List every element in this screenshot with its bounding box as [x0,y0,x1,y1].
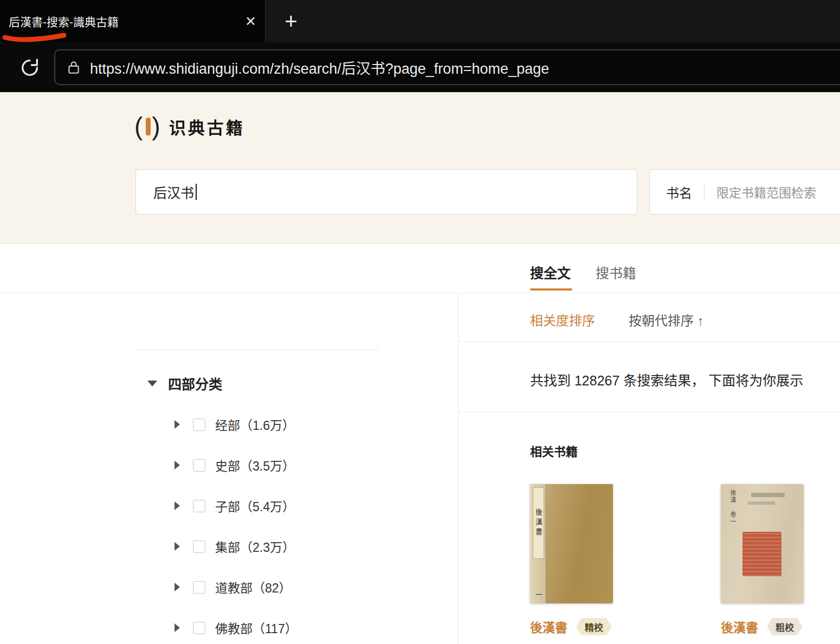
reload-icon [19,57,41,79]
tab-full-text-search[interactable]: 搜全文 [530,265,571,282]
scope-divider [704,185,705,199]
book-cover-label: 後漢書 [533,487,544,559]
search-hero: ( ) 识典古籍 后汉书 书名 限定书籍范围检索 [0,92,840,244]
address-bar[interactable]: https://www.shidianguji.com/zh/search/后汉… [54,49,840,85]
text-cursor [196,184,197,200]
url-text: https://www.shidianguji.com/zh/search/后汉… [90,57,549,78]
new-tab-button[interactable]: + [277,0,305,42]
book-cover-text-smudge [751,493,785,497]
checkbox[interactable] [193,540,205,553]
filter-item-label[interactable]: 佛教部（117） [215,619,298,637]
book-cover-label: 後漢 卷一 [728,490,737,525]
related-books-title: 相关书籍 [530,442,578,459]
expand-arrow-icon[interactable] [175,501,180,510]
scope-hint-text: 限定书籍范围检索 [716,183,816,201]
book-title-link[interactable]: 後漢書 [530,617,567,636]
result-tabs: 搜全文 搜书籍 [530,265,636,282]
divider [458,293,458,644]
filter-item-label[interactable]: 集部（2.3万） [215,537,295,556]
expand-arrow-icon[interactable] [175,461,180,469]
filter-section-header: 四部分类 [147,374,222,392]
divider [458,412,840,413]
filter-item-daojiaobu: 道教部（82） [172,578,298,596]
reload-button[interactable] [17,55,42,80]
filter-item-label[interactable]: 经部（1.6万） [215,415,295,434]
checkbox[interactable] [193,622,205,634]
filter-item-label[interactable]: 道教部（82） [215,578,292,596]
book-cover-houhanshu-1[interactable]: 後漢書 一 [530,484,613,603]
logo-bracket-icon: ( ) [134,114,160,139]
filter-item-jingbu: 经部（1.6万） [172,415,298,434]
book-caption: 後漢書 精校 [530,617,612,636]
page-body: ( ) 识典古籍 后汉书 书名 限定书籍范围检索 搜全文 搜书籍 四部分类 [0,92,840,644]
tab-book-search[interactable]: 搜书籍 [596,265,636,282]
browser-tabstrip: 后漢書-搜索-識典古籍 ✕ + [0,0,840,42]
filter-item-label[interactable]: 子部（5.4万） [215,497,295,515]
divider [135,350,379,350]
search-input-value: 后汉书 [153,182,194,202]
sort-by-dynasty[interactable]: 按朝代排序 ↑ [629,310,704,329]
expand-arrow-icon[interactable] [175,583,180,591]
plus-icon: + [285,9,297,34]
filter-item-label[interactable]: 史部（3.5万） [215,456,295,474]
active-tab-underline [530,288,572,291]
checkbox[interactable] [193,500,205,512]
filter-list: 经部（1.6万） 史部（3.5万） 子部（5.4万） 集部（2.3万） 道教部（… [172,415,298,644]
search-scope-select[interactable]: 书名 限定书籍范围检索 [649,169,840,215]
collapse-arrow-icon[interactable] [147,381,157,387]
checkbox[interactable] [193,459,205,472]
expand-arrow-icon[interactable] [175,420,180,429]
site-logo[interactable]: ( ) 识典古籍 [134,114,245,139]
browser-chrome: 后漢書-搜索-識典古籍 ✕ + https://ww [0,0,840,92]
divider [458,342,840,342]
book-caption: 後漢書 粗校 [721,617,803,636]
tab-close-icon[interactable]: ✕ [245,15,256,28]
book-cover-houhanshu-2[interactable]: 後漢 卷一 [721,484,804,603]
results-summary: 共找到 128267 条搜索结果， 下面将为你展示 [530,370,840,389]
sort-options: 相关度排序 按朝代排序 ↑ [530,310,704,329]
filter-item-jibu: 集部（2.3万） [172,537,298,556]
checkbox[interactable] [193,581,205,594]
expand-arrow-icon[interactable] [175,623,180,632]
sort-by-relevance[interactable]: 相关度排序 [530,310,595,329]
divider [0,293,840,293]
expand-arrow-icon[interactable] [175,542,180,551]
lock-icon[interactable] [67,60,80,75]
browser-tab-title: 后漢書-搜索-識典古籍 [9,13,238,29]
filter-item-shibu: 史部（3.5万） [172,456,298,474]
book-cover-volume: 一 [535,589,542,599]
checkbox[interactable] [193,418,205,431]
filter-item-zibu: 子部（5.4万） [172,497,298,515]
browser-url-row: https://www.shidianguji.com/zh/search/后汉… [0,42,840,92]
filter-item-fojiaobu: 佛教部（117） [172,619,298,637]
red-seal-stamp [742,532,781,576]
logo-text: 识典古籍 [169,114,245,139]
quality-badge: 粗校 [767,618,803,635]
scope-selected-value: 书名 [666,183,692,202]
logo-orange-bar-icon [146,118,151,136]
book-cover-text-smudge [748,501,775,505]
book-title-link[interactable]: 後漢書 [721,617,758,636]
quality-badge: 精校 [576,618,612,635]
filter-section-title: 四部分类 [168,373,222,393]
search-input[interactable]: 后汉书 [135,169,637,215]
